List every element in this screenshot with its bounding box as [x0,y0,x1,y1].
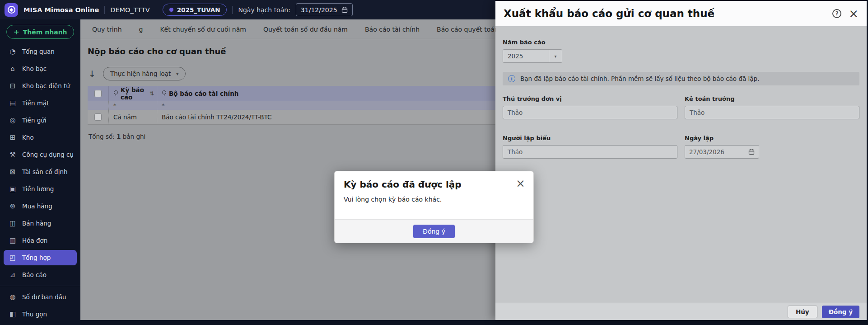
tab-ket-chuyen-so-du-cuoi-nam[interactable]: Kết chuyển số dư cuối năm [160,26,246,33]
year-select[interactable]: 2025 ▾ [503,49,562,63]
select-all-checkbox[interactable] [94,90,102,97]
row-checkbox[interactable] [94,113,102,121]
sidebar-item-kho-bac[interactable]: ⌂ Kho bạc [0,60,80,77]
cash-icon: ▤ [8,99,17,107]
tab-partial[interactable]: g [139,26,143,33]
sidebar-item-kho-bac-dien-tu[interactable]: ⊟ Kho bạc điện tử [0,77,80,94]
filter-cell-period[interactable]: * [108,101,157,110]
column-header-bo-bao-cao[interactable]: Bộ báo cáo tài chính [157,86,495,101]
drawer-title: Xuất khẩu báo cáo gửi cơ quan thuế [504,8,832,19]
sidebar-item-so-du-ban-dau[interactable]: ◍ Số dư ban đầu [0,288,80,306]
field-ke-toan-truong: Kế toán trưởng Thảo [685,95,859,119]
sidebar-collapse-button[interactable]: ◧ Thu gọn [0,306,80,323]
sidebar-item-tien-gui[interactable]: ◎ Tiền gửi [0,112,80,129]
sidebar-item-cong-cu-dung-cu[interactable]: ⚒ Công cụ dụng cụ [0,146,80,163]
fixed-assets-icon: ⊠ [8,168,17,176]
total-value: 1 [117,133,121,140]
header-checkbox-cell [88,86,108,101]
quick-add-button[interactable]: + Thêm nhanh [6,25,74,39]
help-icon[interactable]: ? [832,9,841,18]
pin-icon[interactable] [162,90,166,96]
info-icon: i [508,75,515,82]
dialog-message: Vui lòng chọn kỳ báo cáo khác. [335,190,533,219]
purchase-icon: ⊛ [8,202,17,210]
field-thu-truong: Thủ trưởng đơn vị Thảo [503,95,677,119]
tab-bao-cao-quyet-toan[interactable]: Báo cáo quyết toán [437,26,495,33]
posting-date-label: Ngày hạch toán: [238,6,290,14]
summary-icon: ◰ [8,254,17,262]
collapse-icon: ◧ [8,310,17,318]
close-icon[interactable]: × [516,179,525,188]
field-nguoi-lap-bieu: Người lập biểu Thảo [503,135,677,159]
sidebar-item-mua-hang[interactable]: ⊛ Mua hàng [0,198,80,215]
sort-icon[interactable]: ⇅ [149,90,154,97]
sidebar-item-kho[interactable]: ⊞ Kho [0,129,80,146]
field-label: Người lập biểu [503,135,677,141]
sidebar-item-label: Hóa đơn [22,237,47,244]
tab-bao-cao-tai-chinh[interactable]: Báo cáo tài chính [365,26,420,33]
batch-action-button[interactable]: Thực hiện hàng loạt ▾ [103,67,186,80]
badge-label: 2025_TUVAN [177,6,220,14]
field-label: Thủ trưởng đơn vị [503,95,677,102]
badge-dot-icon [169,8,173,12]
table-filter-row: * * [88,101,495,110]
tab-quy-trinh[interactable]: Quy trình [92,26,122,33]
calendar-icon [748,149,755,155]
fiscal-year-badge[interactable]: 2025_TUVAN [163,4,227,16]
sidebar-item-tong-hop[interactable]: ◰ Tổng hợp [4,250,77,265]
confirm-button[interactable]: Đồng ý [822,306,859,318]
app-title: MISA Mimosa Online [23,6,99,14]
invoice-icon: ▥ [8,236,17,245]
total-count: Tổng số: 1 bản ghi [89,133,495,140]
cell-period: Cả năm [108,110,157,124]
export-drawer: Xuất khẩu báo cáo gửi cơ quan thuế ? × N… [495,1,867,320]
calendar-icon [341,7,348,13]
warehouse-icon: ⊞ [8,133,17,141]
preparer-input[interactable]: Thảo [503,145,677,159]
company-name: DEMO_TTTV [110,6,149,14]
sidebar-item-hoa-don[interactable]: ▥ Hóa đơn [0,232,80,249]
total-label: Tổng số: [89,133,115,140]
pin-icon[interactable] [113,90,117,96]
sidebar-item-tien-mat[interactable]: ▤ Tiền mặt [0,94,80,112]
overview-icon: ◔ [8,47,17,56]
sidebar-item-label: Tiền gửi [22,117,47,124]
sidebar-item-label: Kho [22,134,34,141]
cancel-button[interactable]: Hủy [788,306,817,318]
sidebar-item-label: Thu gọn [22,311,47,318]
prepare-date-input[interactable]: 27/03/2026 [685,145,759,159]
chevron-down-icon: ▾ [549,50,562,62]
filter-cell-set[interactable]: * [157,101,495,110]
e-treasury-icon: ⊟ [8,82,17,90]
dialog-footer: Đồng ý [335,219,533,243]
tools-icon: ⚒ [8,151,17,159]
salary-icon: ▣ [8,185,17,193]
divider [104,6,105,14]
table-row[interactable]: Cả năm Báo cáo tài chính TT24/2024/TT-BT… [88,110,495,125]
dialog-ok-button[interactable]: Đồng ý [413,225,455,238]
drawer-header: Xuất khẩu báo cáo gửi cơ quan thuế ? × [495,1,867,26]
posting-date-value: 31/12/2025 [301,6,337,14]
report-icon: ⊿ [8,271,17,279]
director-input[interactable]: Thảo [503,106,677,119]
toolbar: ↓ Thực hiện hàng loạt ▾ [89,67,495,80]
chief-accountant-input[interactable]: Thảo [685,106,859,119]
sidebar-item-label: Kho bạc [22,65,47,72]
divider [232,6,233,14]
posting-date-input[interactable]: 31/12/2025 [296,3,353,16]
sort-export-icon[interactable]: ↓ [89,69,96,79]
sidebar-item-tong-quan[interactable]: ◔ Tổng quan [0,43,80,60]
sidebar-item-bao-cao[interactable]: ⊿ Báo cáo [0,266,80,283]
sidebar-item-label: Tài sản cố định [22,168,68,175]
sidebar-item-tai-san-co-dinh[interactable]: ⊠ Tài sản cố định [0,163,80,180]
close-icon[interactable]: × [849,8,859,19]
deposit-icon: ◎ [8,116,17,124]
column-header-ky-bao-cao[interactable]: Kỳ báo cáo ⇅ [108,86,157,101]
sidebar-item-ban-hang[interactable]: ◫ Bán hàng [0,215,80,232]
sidebar-item-label: Tổng quan [22,48,55,55]
tab-quyet-toan-so-du-dau-nam[interactable]: Quyết toán số dư đầu năm [263,26,348,33]
sidebar-item-tien-luong[interactable]: ▣ Tiền lương [0,180,80,198]
field-ngay-lap: Ngày lập 27/03/2026 [685,135,859,159]
sidebar-item-label: Kho bạc điện tử [22,82,70,89]
treasury-icon: ⌂ [8,65,17,73]
